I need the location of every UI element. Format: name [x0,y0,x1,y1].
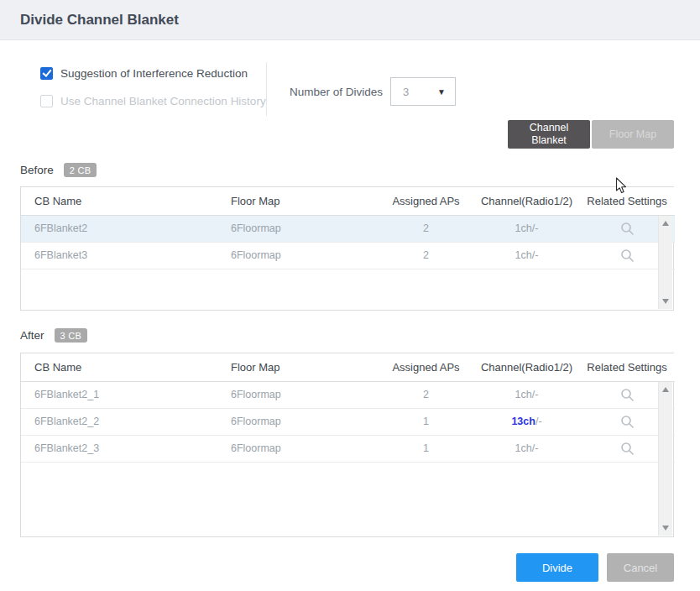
number-of-divides-select[interactable]: 3 ▼ [390,77,456,106]
scroll-down-icon[interactable] [662,299,669,304]
assigned-aps-cell: 1 [378,408,474,435]
column-header-c-floor: Floor Map [231,353,378,381]
after-count-badge: 3 CB [55,328,88,343]
before-table-scrollbar[interactable] [658,216,672,309]
channel-cell: 1ch/- [474,381,579,408]
before-section-label: Before 2 CB [20,163,97,177]
scroll-up-icon[interactable] [662,387,669,392]
before-table: CB NameFloor MapAssigned APsChannel(Radi… [20,186,674,311]
floor-map-tab[interactable]: Floor Map [592,120,674,149]
channel-blanket-tab[interactable]: Channel Blanket [508,120,590,149]
scroll-up-icon[interactable] [662,221,669,226]
interference-reduction-label: Suggestion of Interference Reduction [60,67,248,80]
connection-history-label: Use Channel Blanket Connection History [60,95,266,107]
floor-map-cell: 6Floormap [231,408,378,435]
after-section-label: After 3 CB [20,328,87,343]
channel-cell: 1ch/- [474,435,579,462]
column-header-c-name: CB Name [21,187,231,215]
after-table-scrollbar[interactable] [658,382,672,536]
assigned-aps-cell: 2 [378,242,474,269]
table-row[interactable]: 6FBlanket36Floormap21ch/- [21,242,675,269]
assigned-aps-cell: 2 [378,381,474,408]
assigned-aps-cell: 1 [378,435,474,462]
assigned-aps-cell: 2 [378,215,474,242]
cb-name-cell: 6FBlanket3 [21,242,231,269]
dialog-titlebar: Divide Channel Blanket [0,0,700,40]
interference-reduction-checkbox-row[interactable]: Suggestion of Interference Reduction [40,66,266,80]
channel-cell: 1ch/- [474,242,579,269]
column-header-c-name: CB Name [21,353,231,381]
column-header-c-rel: Related Settings [579,353,675,381]
view-toggle: Channel Blanket Floor Map [508,120,674,149]
cb-name-cell: 6FBlanket2_1 [21,381,231,408]
column-header-c-chan: Channel(Radio1/2) [474,187,579,215]
column-header-c-aps: Assigned APs [378,353,474,381]
table-header-row: CB NameFloor MapAssigned APsChannel(Radi… [21,353,675,381]
after-label-text: After [20,329,44,342]
cb-name-cell: 6FBlanket2_3 [21,435,231,462]
table-row[interactable]: 6FBlanket2_36Floormap11ch/- [21,435,675,462]
chevron-down-icon: ▼ [437,87,446,97]
column-header-c-chan: Channel(Radio1/2) [474,353,579,381]
page-title: Divide Channel Blanket [0,0,700,40]
cancel-button[interactable]: Cancel [607,553,674,582]
connection-history-checkbox[interactable] [40,95,53,107]
channel-cell: 13ch/- [474,408,579,435]
table-row[interactable]: 6FBlanket2_26Floormap113ch/- [21,408,675,435]
floor-map-cell: 6Floormap [231,242,378,269]
after-table: CB NameFloor MapAssigned APsChannel(Radi… [20,353,674,537]
table-header-row: CB NameFloor MapAssigned APsChannel(Radi… [21,187,675,215]
cb-name-cell: 6FBlanket2 [21,215,231,242]
before-label-text: Before [20,164,54,176]
interference-reduction-checkbox[interactable] [40,67,53,80]
before-count-badge: 2 CB [64,163,97,177]
connection-history-checkbox-row[interactable]: Use Channel Blanket Connection History [40,94,266,107]
cb-name-cell: 6FBlanket2_2 [21,408,231,435]
channel-cell: 1ch/- [474,215,579,242]
number-of-divides-value: 3 [403,86,409,98]
table-row[interactable]: 6FBlanket26Floormap21ch/- [21,215,675,242]
options-divider [266,62,267,116]
floor-map-cell: 6Floormap [231,381,378,408]
column-header-c-aps: Assigned APs [378,187,474,215]
number-of-divides-label: Number of Divides [290,86,383,98]
floor-map-cell: 6Floormap [231,435,378,462]
column-header-c-floor: Floor Map [231,187,378,215]
options-checkbox-group: Suggestion of Interference Reduction Use… [40,66,266,122]
floor-map-cell: 6Floormap [231,215,378,242]
scroll-down-icon[interactable] [662,526,669,531]
column-header-c-rel: Related Settings [579,187,675,215]
divide-button[interactable]: Divide [516,553,598,582]
table-row[interactable]: 6FBlanket2_16Floormap21ch/- [21,381,675,408]
